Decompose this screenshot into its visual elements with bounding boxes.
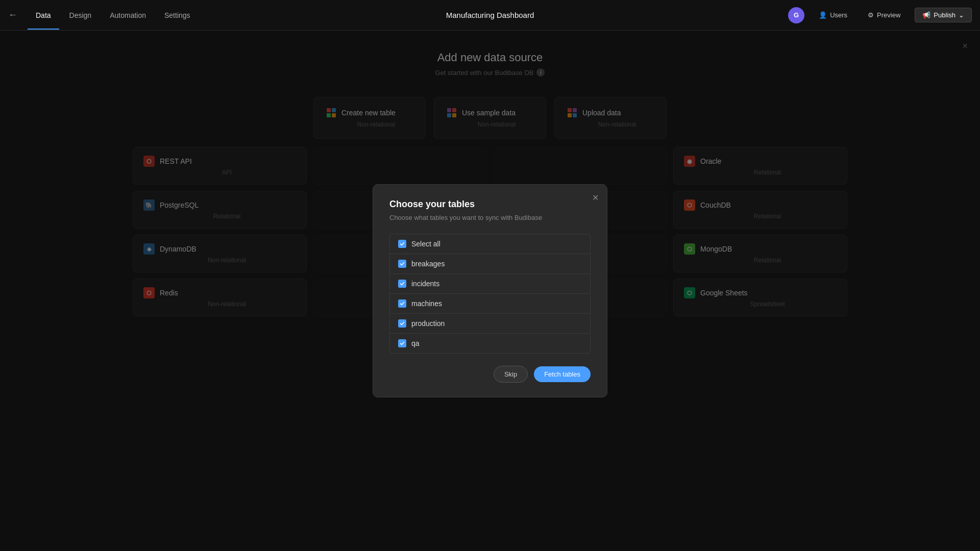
publish-button[interactable]: 📢 Publish ⌄ bbox=[915, 8, 972, 22]
table-row-breakages[interactable]: breakages bbox=[390, 254, 590, 274]
table-row-production[interactable]: production bbox=[390, 314, 590, 334]
modal-close-button[interactable]: ✕ bbox=[592, 193, 599, 203]
label-production: production bbox=[411, 319, 445, 328]
table-row-select-all[interactable]: Select all bbox=[390, 234, 590, 254]
modal-subtitle: Choose what tables you want to sync with… bbox=[389, 214, 591, 221]
modal-actions: Skip Fetch tables bbox=[389, 366, 591, 383]
skip-button[interactable]: Skip bbox=[494, 366, 528, 383]
user-avatar[interactable]: G bbox=[788, 7, 804, 23]
choose-tables-modal: ✕ Choose your tables Choose what tables … bbox=[373, 184, 607, 397]
preview-label: Preview bbox=[877, 11, 900, 19]
label-machines: machines bbox=[411, 299, 442, 308]
publish-label: Publish bbox=[934, 11, 955, 19]
topnav-left: ← Data Design Automation Settings bbox=[8, 7, 199, 23]
fetch-tables-button[interactable]: Fetch tables bbox=[534, 366, 591, 382]
tab-data[interactable]: Data bbox=[28, 7, 59, 23]
modal-title: Choose your tables bbox=[389, 199, 591, 210]
main-area: Add new data source Get started with our… bbox=[0, 31, 980, 551]
nav-tabs: Data Design Automation Settings bbox=[28, 7, 199, 23]
checkbox-incidents[interactable] bbox=[398, 280, 406, 288]
label-incidents: incidents bbox=[411, 280, 439, 288]
app-title: Manufacturing Dashboard bbox=[446, 11, 534, 19]
topnav-right: G 👤 Users ⚙ Preview 📢 Publish ⌄ bbox=[788, 7, 972, 23]
tab-settings[interactable]: Settings bbox=[156, 7, 199, 23]
table-row-incidents[interactable]: incidents bbox=[390, 274, 590, 294]
users-button[interactable]: 👤 Users bbox=[813, 8, 853, 22]
checkbox-machines[interactable] bbox=[398, 299, 406, 308]
modal-overlay: ✕ Choose your tables Choose what tables … bbox=[0, 31, 980, 551]
users-icon: 👤 bbox=[819, 11, 827, 19]
users-label: Users bbox=[830, 11, 847, 19]
table-row-machines[interactable]: machines bbox=[390, 294, 590, 314]
label-qa: qa bbox=[411, 339, 420, 347]
topnav: ← Data Design Automation Settings Manufa… bbox=[0, 0, 980, 31]
checkbox-select-all[interactable] bbox=[398, 240, 406, 248]
preview-icon: ⚙ bbox=[868, 11, 874, 19]
back-button[interactable]: ← bbox=[8, 10, 17, 20]
publish-icon: 📢 bbox=[922, 11, 930, 19]
tab-design[interactable]: Design bbox=[61, 7, 100, 23]
checkbox-breakages[interactable] bbox=[398, 260, 406, 268]
table-row-qa[interactable]: qa bbox=[390, 334, 590, 353]
label-breakages: breakages bbox=[411, 260, 445, 268]
chevron-down-icon: ⌄ bbox=[959, 11, 964, 19]
checkbox-qa[interactable] bbox=[398, 339, 406, 347]
label-select-all: Select all bbox=[411, 240, 440, 248]
checkbox-production[interactable] bbox=[398, 319, 406, 328]
tab-automation[interactable]: Automation bbox=[102, 7, 154, 23]
preview-button[interactable]: ⚙ Preview bbox=[862, 8, 906, 22]
tables-list: Select all breakages bbox=[389, 234, 591, 354]
